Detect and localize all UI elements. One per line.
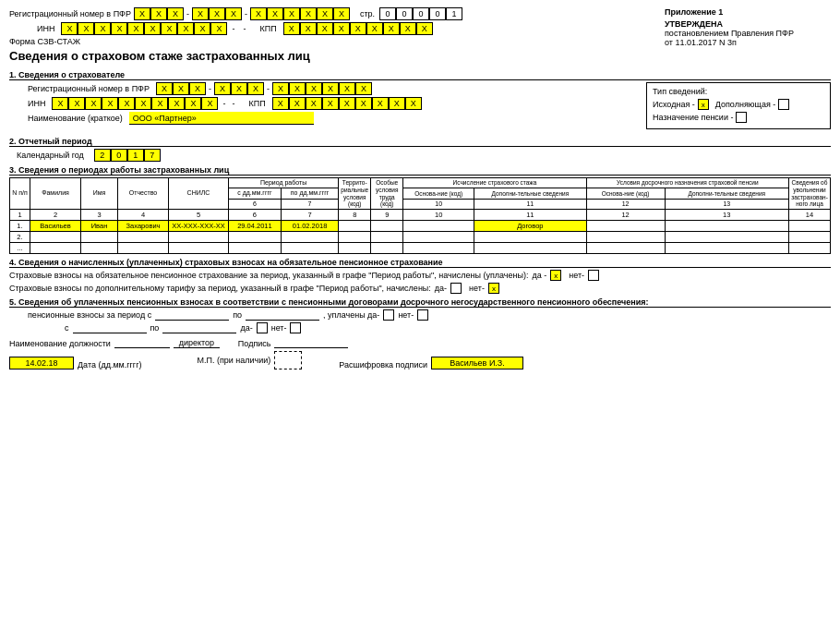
pension-period-s1[interactable]: [155, 309, 229, 321]
page-title: Сведения о страховом стаже застрахованны…: [9, 49, 665, 63]
row-fam: [30, 232, 81, 243]
s4-net-checkbox[interactable]: [588, 270, 599, 281]
pension-net2-checkbox[interactable]: [290, 322, 301, 333]
col-usl-header: Условия досрочного назначения страховой …: [586, 178, 788, 188]
dolzhn-section: Наименование должности директор: [9, 337, 220, 348]
pension-net2: нет-: [271, 323, 287, 333]
col-terr-header: Террито-риальные условия (код): [339, 178, 371, 210]
row-period-s: [229, 232, 282, 243]
num-cell: 7: [281, 210, 338, 221]
reg-cell: X: [134, 7, 150, 20]
main-table: N п/п Фамилия Имя Отчество СНИЛС Период …: [9, 177, 831, 254]
kpp-cell: X: [416, 22, 433, 35]
row-snils: [169, 243, 229, 254]
col-num-3: 10: [403, 199, 474, 209]
cal-year-row: Календарный год 2 0 1 7: [9, 149, 831, 162]
pension-period-po2[interactable]: [162, 322, 236, 333]
reg-cell: X: [150, 7, 167, 20]
pension-po2: по: [150, 323, 160, 333]
row-isch-dop: [474, 243, 587, 254]
s1-name-value: ООО «Партнер»: [129, 112, 314, 125]
col-num-6: 13: [665, 199, 788, 209]
s1-inn-row: ИНН X X X X X X X X X X - -: [9, 97, 639, 110]
s4-row1-da: да -: [532, 271, 546, 280]
num-cell: 10: [403, 210, 474, 221]
s1-kpp-cell: X: [389, 97, 405, 110]
s4-net2-checkbox[interactable]: x: [488, 283, 499, 294]
col-num-1: 6: [229, 199, 282, 209]
row-name: [81, 243, 118, 254]
pension-net1-checkbox[interactable]: [417, 309, 428, 321]
pension-da1-checkbox[interactable]: [383, 309, 394, 321]
row-otch: [118, 232, 169, 243]
mp-label: М.П. (при наличии): [197, 356, 270, 365]
row-osobye: [371, 221, 403, 232]
num-cell: 13: [665, 210, 788, 221]
pension-period-s2[interactable]: [73, 322, 147, 333]
num-cell: 6: [229, 210, 282, 221]
dopoln-label: Дополняющая -: [715, 100, 776, 109]
inn-cell: X: [177, 22, 194, 35]
section3-title: 3. Сведения о периодах работы застрахова…: [9, 165, 831, 176]
s4-row1: Страховые взносы на обязательное пенсион…: [9, 270, 831, 281]
page: Регистрационный номер в ПФР X X X - X X …: [9, 7, 831, 369]
s1-kpp-cell: X: [355, 97, 372, 110]
s1-kpp-label: КПП: [248, 99, 265, 108]
s1-inn-cell: X: [52, 97, 68, 110]
s1-reg-label: Регистрационный номер в ПФР: [28, 84, 150, 93]
inn-label: ИНН: [37, 24, 54, 33]
s4-da-checkbox[interactable]: x: [550, 270, 561, 281]
table-row: ...: [10, 243, 831, 254]
col-snils-header: СНИЛС: [169, 178, 229, 210]
form-name-row: Форма СЗВ-СТАЖ: [9, 37, 665, 46]
col-num-2: 7: [281, 199, 338, 209]
s1-kpp-cell: X: [306, 97, 322, 110]
s4-da2-checkbox[interactable]: [450, 283, 462, 294]
section1-left: Регистрационный номер в ПФР X X X - X X …: [9, 82, 639, 127]
ishodnaya-checkbox[interactable]: x: [698, 99, 709, 110]
row-fam: Васильев: [30, 221, 81, 232]
s1-inn-cell: X: [85, 97, 102, 110]
row-sved: [789, 232, 831, 243]
s1-kpp-cell: X: [272, 97, 289, 110]
date-section: 14.02.18 Дата (дд.мм.гггг): [9, 357, 141, 369]
pension-period-po1[interactable]: [246, 309, 319, 321]
col-period-header: Период работы: [229, 178, 339, 188]
row-sved: [789, 243, 831, 254]
section2: 2. Отчетный период Календарный год 2 0 1…: [9, 137, 831, 162]
s1-kpp-cell: X: [289, 97, 306, 110]
row-usl-osnov: [586, 232, 665, 243]
pension-s2: с: [65, 323, 69, 333]
row-sved: [789, 221, 831, 232]
row-otch: Захарович: [118, 221, 169, 232]
num-cell: 12: [586, 210, 665, 221]
reg-label: Регистрационный номер в ПФР: [9, 9, 131, 18]
pension-da2-checkbox[interactable]: [257, 322, 268, 333]
s1-name-label: Наименование (краткое): [28, 114, 123, 123]
num-cell: 8: [339, 210, 371, 221]
row-terr: [339, 221, 371, 232]
row-snils: [169, 232, 229, 243]
s1-reg-cell: X: [231, 82, 247, 95]
col-period-po-header: по дд.мм.гггг: [281, 188, 338, 199]
section1-title: 1. Сведения о страхователе: [9, 70, 831, 80]
podpis-section: Подпись: [238, 337, 349, 348]
s1-reg-cell: X: [247, 82, 264, 95]
pension-upl1: , уплачены да-: [323, 310, 379, 320]
s1-inn-label: ИНН: [28, 99, 45, 108]
num-cell: 4: [118, 210, 169, 221]
dopoln-checkbox[interactable]: [778, 99, 789, 110]
section4: 4. Сведения о начисленных (уплаченных) с…: [9, 258, 831, 294]
row-osobye: [371, 243, 403, 254]
col-isch-header: Исчисление страхового стажа: [403, 178, 586, 188]
row-period-po: [281, 243, 338, 254]
page-cell: 1: [446, 7, 462, 20]
kpp-cell: X: [383, 22, 400, 35]
dolzhn-label: Наименование должности: [9, 339, 111, 348]
naznach-checkbox[interactable]: [736, 112, 747, 123]
reg-cell: X: [283, 7, 300, 20]
row-usl-dop: [665, 221, 788, 232]
pension-row2: с по да- нет-: [65, 322, 831, 333]
inn-cell: X: [111, 22, 127, 35]
pension-po1: по: [233, 310, 242, 320]
